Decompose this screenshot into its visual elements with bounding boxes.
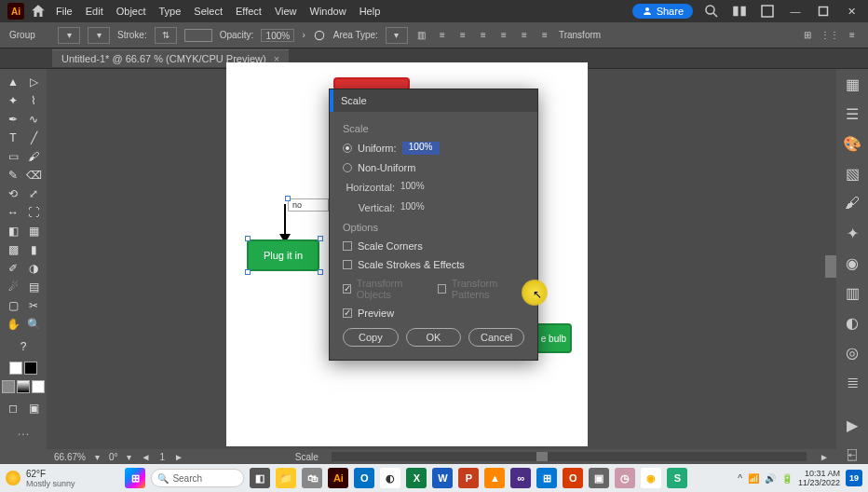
chrome-icon[interactable]: ◐	[380, 468, 400, 488]
width-tool-icon[interactable]: ↔	[4, 203, 22, 222]
gradient-swatch[interactable]	[17, 380, 30, 393]
terminal-icon[interactable]: ▣	[589, 468, 609, 488]
menu-window[interactable]: Window	[310, 6, 346, 17]
artboard-nav-prev-icon[interactable]: ◄	[141, 452, 150, 462]
direct-selection-tool-icon[interactable]: ▷	[24, 73, 43, 91]
weather-widget[interactable]: 62°F Mostly sunny	[6, 469, 75, 488]
uniform-field[interactable]: 100%	[402, 142, 440, 155]
horizontal-field[interactable]: 100%	[400, 181, 438, 194]
zoom-level[interactable]: 66.67%	[54, 452, 86, 462]
horizontal-scrollbar[interactable]	[332, 452, 807, 461]
align-mid-icon[interactable]: ≡	[518, 29, 531, 42]
zoom-tool-icon[interactable]: 🔍	[24, 315, 43, 334]
symbols-panel-icon[interactable]: ✦	[843, 224, 861, 242]
calculator-icon[interactable]: ⊞	[536, 468, 557, 488]
copy-button[interactable]: Copy	[343, 328, 399, 347]
notifications-icon[interactable]: 19	[846, 470, 862, 486]
symbol-tool-icon[interactable]: ☄	[4, 278, 22, 296]
fill-swatch[interactable]	[9, 362, 22, 375]
selection-handle[interactable]	[318, 236, 323, 241]
scale-strokes-checkbox[interactable]	[343, 260, 352, 269]
stroke-dropdown[interactable]: ▾	[88, 27, 110, 44]
scrollbar-thumb[interactable]	[825, 255, 836, 278]
taskview-icon[interactable]: ◧	[250, 468, 270, 488]
align-left-icon[interactable]: ≡	[436, 29, 449, 42]
timeline-play-icon[interactable]: ▶	[843, 416, 861, 434]
properties-panel-icon[interactable]: ▦	[843, 75, 861, 93]
shape-builder-tool-icon[interactable]: ◧	[4, 222, 22, 240]
drawmode-icon[interactable]: ◻	[4, 399, 22, 417]
lasso-tool-icon[interactable]: ⌇	[24, 91, 43, 110]
outlook-icon[interactable]: O	[354, 468, 374, 488]
type-tool-icon[interactable]: T	[4, 129, 22, 147]
stroke-swatch[interactable]	[24, 362, 37, 375]
rotate-tool-icon[interactable]: ⟲	[4, 184, 22, 203]
scale-corners-checkbox[interactable]	[343, 241, 352, 251]
blend-tool-icon[interactable]: ◑	[24, 259, 43, 278]
illustrator-taskbar-icon[interactable]: Ai	[328, 468, 348, 488]
artboard-number[interactable]: 1	[159, 452, 165, 462]
menu-edit[interactable]: Edit	[86, 6, 103, 17]
line-tool-icon[interactable]: ╱	[24, 129, 43, 147]
preview-checkbox[interactable]	[343, 308, 352, 318]
uniform-radio[interactable]	[343, 144, 352, 153]
clock[interactable]: 10:31 AM 11/23/2022	[798, 469, 840, 487]
brushes-panel-icon[interactable]: 🖌	[843, 194, 861, 212]
vertical-scrollbar[interactable]	[825, 69, 836, 449]
menu-select[interactable]: Select	[194, 6, 223, 17]
gradient-tool-icon[interactable]: ▮	[24, 240, 43, 259]
chrome2-icon[interactable]: ◉	[641, 468, 661, 488]
toolbar-more-icon[interactable]: …	[17, 423, 30, 438]
areatype-dropdown[interactable]: ▾	[386, 27, 408, 44]
brush-tool-icon[interactable]: 🖌	[24, 147, 43, 166]
selection-tool-icon[interactable]: ▲	[4, 73, 22, 91]
artboard-nav-next-icon[interactable]: ►	[174, 452, 183, 462]
word-icon[interactable]: W	[432, 468, 453, 488]
libraries-panel-icon[interactable]: ☰	[843, 104, 861, 123]
preferences-icon[interactable]: ⋮⋮	[823, 29, 836, 42]
screenmode-icon[interactable]: ▣	[24, 399, 43, 417]
none-swatch[interactable]	[32, 380, 45, 393]
artboard-tool-icon[interactable]: ▢	[4, 296, 22, 315]
menu-object[interactable]: Object	[116, 6, 146, 17]
powerpoint-icon[interactable]: P	[458, 468, 479, 488]
eyedropper-tool-icon[interactable]: ✐	[4, 259, 22, 278]
selection-handle[interactable]	[245, 236, 251, 241]
chevron-down-icon[interactable]: ▾	[95, 452, 100, 462]
magic-wand-tool-icon[interactable]: ✦	[4, 91, 22, 110]
menu-file[interactable]: File	[56, 6, 73, 17]
selection-handle[interactable]	[245, 269, 251, 275]
tray-chevron-icon[interactable]: ^	[738, 473, 742, 484]
graph-tool-icon[interactable]: ▤	[24, 278, 43, 296]
eraser-tool-icon[interactable]: ⌫	[24, 166, 43, 184]
selection-handle[interactable]	[318, 269, 323, 275]
layers-panel-icon[interactable]: ≣	[843, 373, 861, 391]
store-icon[interactable]: 🛍	[302, 468, 322, 488]
system-tray[interactable]: ^ 📶 🔊 🔋 10:31 AM 11/23/2022 19	[738, 469, 862, 487]
gradient-panel-icon[interactable]: ▥	[843, 283, 861, 302]
slice-tool-icon[interactable]: ✂	[24, 296, 43, 315]
free-transform-tool-icon[interactable]: ⛶	[24, 203, 43, 222]
rectangle-tool-icon[interactable]: ▭	[4, 147, 22, 166]
ok-button[interactable]: OK	[406, 328, 462, 347]
recolor-icon[interactable]	[313, 29, 326, 42]
clock-icon[interactable]: ◷	[615, 468, 635, 488]
maximize-icon[interactable]	[814, 3, 833, 20]
curvature-tool-icon[interactable]: ∿	[24, 110, 43, 129]
align-right-icon[interactable]: ≡	[477, 29, 490, 42]
battery-icon[interactable]: 🔋	[781, 473, 793, 484]
selection-handle[interactable]	[285, 196, 291, 201]
appearance-panel-icon[interactable]: ◎	[843, 343, 861, 362]
opacity-arrow-icon[interactable]: ›	[302, 30, 305, 40]
menu-view[interactable]: View	[275, 6, 297, 17]
vertical-field[interactable]: 100%	[400, 201, 438, 214]
colormode-swatch[interactable]	[2, 380, 15, 393]
opacity-field[interactable]: 100%	[261, 29, 294, 42]
chevron-down-icon[interactable]: ▾	[127, 452, 131, 462]
wifi-icon[interactable]: 📶	[748, 473, 759, 484]
home-icon[interactable]	[30, 3, 47, 20]
align-obj-icon[interactable]: ▥	[415, 29, 428, 42]
flow-label[interactable]: no	[288, 198, 329, 212]
scroll-right-icon[interactable]: ►	[820, 452, 829, 462]
snap-icon[interactable]: ⊞	[801, 29, 814, 42]
